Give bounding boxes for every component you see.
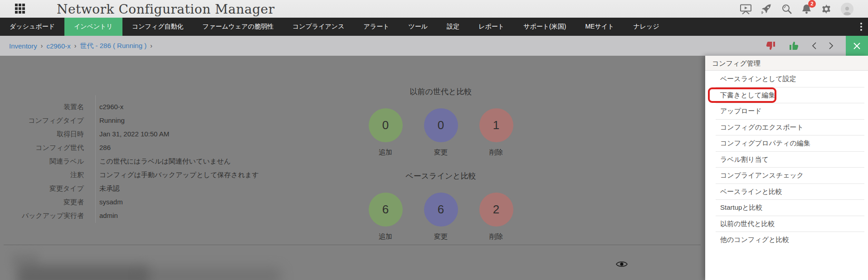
- added-label: 追加: [379, 148, 392, 157]
- tab-tools[interactable]: ツール: [399, 18, 437, 36]
- detail-label: コンフィグ世代: [0, 141, 84, 154]
- gear-icon[interactable]: [821, 4, 832, 14]
- detail-row: バックアップ実行者admin: [0, 209, 259, 222]
- next-version-chevron-icon[interactable]: [829, 42, 834, 50]
- menu-item-compare-with-previous-version[interactable]: 以前の世代と比較: [705, 216, 868, 232]
- tab-support-us[interactable]: サポート(米国): [514, 18, 575, 36]
- detail-value: 未承認: [99, 182, 120, 195]
- menu-item-assign-label[interactable]: ラベル割り当て: [705, 151, 868, 168]
- detail-value: c2960-x: [99, 100, 123, 114]
- config-detail-content: 装置名c2960-x コンフィグタイプRunning 取得日時Jan 31, 2…: [0, 56, 705, 280]
- blurred-content: [17, 265, 149, 280]
- compare-section-title: ベースラインと比較: [358, 170, 524, 182]
- breadcrumb-actions: [765, 36, 868, 56]
- menu-item-edit-config-properties[interactable]: コンフィグプロパティの編集: [705, 135, 868, 151]
- added-count-unit: 0 追加: [358, 108, 413, 157]
- menu-item-compare-with-startup[interactable]: Startupと比較: [705, 199, 868, 216]
- compare-section-title: 以前の世代と比較: [358, 86, 524, 97]
- detail-row: 注釈コンフィグは手動バックアップとして保存されます: [0, 168, 259, 182]
- detail-row: コンフィグ世代286: [0, 141, 259, 154]
- tab-compliance[interactable]: コンプライアンス: [283, 18, 354, 36]
- added-count-circle[interactable]: 0: [369, 108, 403, 142]
- tab-me-site[interactable]: MEサイト: [575, 18, 624, 36]
- close-button[interactable]: [846, 36, 868, 56]
- close-icon: [853, 42, 861, 50]
- blurred-content: [141, 268, 281, 280]
- added-count-unit: 6 追加: [358, 193, 413, 241]
- detail-value: この世代にはラベルは関連付いていません: [99, 154, 231, 168]
- show-config-eye-icon[interactable]: [616, 261, 628, 268]
- panel-menu: ベースラインとして設定 下書きとして編集 アップロード コンフィグのエクスポート…: [705, 71, 868, 248]
- modified-count-circle[interactable]: 0: [424, 108, 458, 142]
- network-configuration-manager-window: Network Configuration Manager: [0, 0, 868, 280]
- compare-with-baseline-widget: ベースラインと比較 6 追加 6 変更 2 削除: [358, 170, 524, 241]
- detail-value: 286: [99, 141, 111, 154]
- menu-item-compare-with-other-config[interactable]: 他のコンフィグと比較: [705, 232, 868, 248]
- user-avatar[interactable]: [841, 3, 853, 15]
- config-details-table: 装置名c2960-x コンフィグタイプRunning 取得日時Jan 31, 2…: [0, 100, 259, 222]
- detail-row: 装置名c2960-x: [0, 100, 259, 114]
- detail-label: コンフィグタイプ: [0, 114, 84, 127]
- tab-reports[interactable]: レポート: [469, 18, 514, 36]
- breadcrumb-version-link[interactable]: 世代 - 286 ( Running ): [80, 42, 146, 50]
- added-label: 追加: [379, 232, 392, 241]
- presentation-icon[interactable]: [740, 4, 752, 14]
- modified-label: 変更: [434, 148, 448, 157]
- detail-value: admin: [99, 209, 118, 222]
- detail-label: 変更者: [0, 195, 84, 209]
- tab-knowledge[interactable]: ナレッジ: [624, 18, 668, 36]
- compare-circles: 0 追加 0 変更 1 削除: [358, 108, 524, 157]
- top-bar-icons: 2: [740, 0, 868, 18]
- thumbs-up-icon[interactable]: [788, 40, 800, 51]
- menu-item-edit-as-draft[interactable]: 下書きとして編集: [705, 87, 868, 103]
- deleted-count-circle[interactable]: 1: [479, 108, 513, 142]
- detail-label: 関連ラベル: [0, 154, 84, 168]
- previous-version-chevron-icon[interactable]: [811, 42, 817, 50]
- config-management-panel: コンフィグ管理 ベースラインとして設定 下書きとして編集 アップロード コンフィ…: [705, 56, 868, 280]
- detail-label: 取得日時: [0, 127, 84, 141]
- main-nav: ダッシュボード インベントリ コンフィグ自動化 ファームウェアの脆弱性 コンプラ…: [0, 18, 868, 36]
- notification-badge: 2: [808, 0, 816, 8]
- tab-settings[interactable]: 設定: [437, 18, 469, 36]
- tab-config-automation[interactable]: コンフィグ自動化: [122, 18, 193, 36]
- compare-circles: 6 追加 6 変更 2 削除: [358, 193, 524, 241]
- menu-item-upload[interactable]: アップロード: [705, 103, 868, 119]
- detail-value: sysadm: [99, 195, 123, 209]
- breadcrumb-bar: Inventory › c2960-x › 世代 - 286 ( Running…: [0, 36, 868, 56]
- added-count-circle[interactable]: 6: [369, 193, 403, 227]
- detail-label: バックアップ実行者: [0, 209, 84, 222]
- detail-value: コンフィグは手動バックアップとして保存されます: [99, 168, 259, 182]
- breadcrumb-inventory-link[interactable]: Inventory: [9, 42, 37, 50]
- deleted-count-unit: 1 削除: [468, 108, 524, 157]
- modified-count-circle[interactable]: 6: [424, 193, 458, 227]
- thumbs-down-icon[interactable]: [765, 40, 776, 51]
- menu-item-set-as-baseline[interactable]: ベースラインとして設定: [705, 71, 868, 87]
- breadcrumb-separator: ›: [41, 42, 43, 49]
- nav-overflow-kebab-icon[interactable]: [854, 18, 868, 36]
- menu-item-compliance-check[interactable]: コンプライアンスチェック: [705, 167, 868, 183]
- menu-item-export-config[interactable]: コンフィグのエクスポート: [705, 119, 868, 135]
- apps-grid-icon[interactable]: [15, 4, 26, 14]
- detail-row: コンフィグタイプRunning: [0, 114, 259, 127]
- breadcrumb-separator: ›: [74, 42, 77, 49]
- menu-item-compare-with-baseline[interactable]: ベースラインと比較: [705, 183, 868, 200]
- rocket-icon[interactable]: [761, 3, 772, 14]
- modified-count-unit: 0 変更: [413, 108, 468, 157]
- tab-inventory[interactable]: インベントリ: [64, 18, 122, 36]
- detail-row: 変更タイプ未承認: [0, 182, 259, 195]
- bell-icon[interactable]: 2: [801, 4, 812, 14]
- deleted-label: 削除: [489, 148, 503, 157]
- panel-title: コンフィグ管理: [705, 56, 868, 71]
- search-icon[interactable]: [781, 4, 792, 14]
- compare-with-previous-version-widget: 以前の世代と比較 0 追加 0 変更 1 削除: [358, 86, 524, 157]
- detail-label: 注釈: [0, 168, 84, 182]
- detail-value: Jan 31, 2022 10:50 AM: [99, 127, 169, 141]
- deleted-count-unit: 2 削除: [468, 193, 524, 241]
- tab-firmware-vulnerability[interactable]: ファームウェアの脆弱性: [193, 18, 283, 36]
- detail-row: 関連ラベルこの世代にはラベルは関連付いていません: [0, 154, 259, 168]
- deleted-label: 削除: [489, 232, 503, 241]
- deleted-count-circle[interactable]: 2: [479, 193, 513, 227]
- tab-dashboard[interactable]: ダッシュボード: [0, 18, 64, 36]
- tab-alerts[interactable]: アラート: [354, 18, 399, 36]
- breadcrumb-device-link[interactable]: c2960-x: [46, 42, 70, 50]
